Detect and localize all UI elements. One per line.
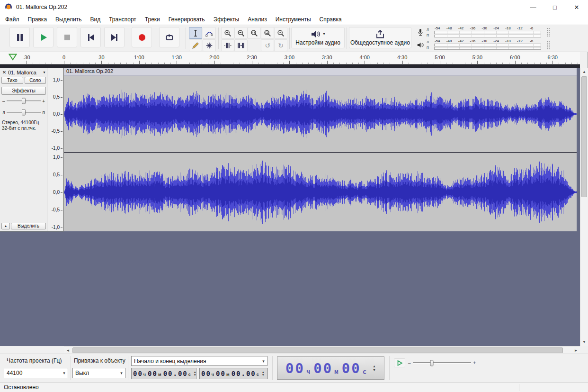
- effects-button[interactable]: Эффекты: [1, 87, 46, 95]
- waveform-right-channel[interactable]: [64, 153, 577, 231]
- selection-mode-combo[interactable]: Начало и конец выделения ▾: [131, 356, 267, 366]
- silence-icon: [237, 41, 245, 50]
- meter-resize-grip[interactable]: [546, 40, 550, 49]
- pan-right-label: п: [43, 110, 45, 115]
- speed-slider-groove[interactable]: [413, 362, 472, 364]
- selection-tool-button[interactable]: [189, 27, 202, 39]
- meter-scale-label: -12: [517, 26, 523, 30]
- quick-play-pin-icon[interactable]: [9, 54, 17, 63]
- mute-button[interactable]: Тихо: [1, 77, 23, 84]
- loop-icon: [165, 33, 174, 42]
- selection-start-field[interactable]: 00ч 00м 00.00с ▲▼: [131, 368, 196, 379]
- menu-tracks[interactable]: Треки: [141, 14, 164, 25]
- speed-slider-thumb[interactable]: [430, 360, 434, 366]
- undo-button[interactable]: ↺: [261, 39, 274, 51]
- stop-button[interactable]: [57, 27, 77, 47]
- menu-generate[interactable]: Генерировать: [164, 14, 209, 25]
- menu-view[interactable]: Вид: [86, 14, 105, 25]
- clip-header[interactable]: 01. Mallorca Op.202: [64, 68, 577, 76]
- snap-to-label: Привязка к объекту: [74, 357, 125, 364]
- menu-select[interactable]: Выделить: [51, 14, 86, 25]
- track-menu-arrow-icon[interactable]: ▼: [43, 71, 46, 74]
- track-close-icon[interactable]: ✕: [1, 70, 7, 75]
- menu-help[interactable]: Справка: [315, 14, 346, 25]
- track-collapse-button[interactable]: ▲: [1, 223, 10, 229]
- loop-button[interactable]: [159, 27, 179, 47]
- redo-button[interactable]: ↻: [274, 39, 287, 51]
- snap-to-combo[interactable]: Выкл ▾: [72, 368, 125, 378]
- skip-to-start-button[interactable]: [80, 27, 101, 47]
- zoom-out-button[interactable]: [234, 27, 248, 39]
- menu-edit[interactable]: Правка: [24, 14, 52, 25]
- menu-analyze[interactable]: Анализ: [243, 14, 271, 25]
- time-spinner[interactable]: ▲▼: [373, 365, 376, 372]
- time-spinner[interactable]: ▲▼: [262, 371, 265, 376]
- fit-project-button[interactable]: [261, 27, 274, 39]
- amplitude-ruler[interactable]: 1,00,50,0-0,5-1,0 1,00,50,0-0,5-1,0: [47, 68, 64, 231]
- meter-scale-label: -24: [493, 39, 499, 43]
- zoom-toggle-button[interactable]: [274, 27, 287, 39]
- amplitude-ruler-label: 1,0: [53, 155, 62, 160]
- selection-end-field[interactable]: 00ч 00м 00.00с ▲▼: [199, 368, 268, 379]
- menu-file[interactable]: Файл: [1, 14, 24, 25]
- bottom-toolbar: Частота проекта (Гц) 44100 ▾ Привязка к …: [0, 354, 588, 382]
- gain-slider-thumb[interactable]: [22, 98, 26, 104]
- scroll-right-arrow[interactable]: ►: [572, 346, 580, 354]
- scroll-up-arrow[interactable]: ▲: [580, 68, 588, 76]
- horizontal-scrollbar[interactable]: ◄ ►: [64, 346, 580, 354]
- maximize-button[interactable]: □: [544, 0, 566, 14]
- recording-meter[interactable]: ЛП -54-48-42-36-30-24-18-12-6: [416, 26, 550, 38]
- timeline-ruler[interactable]: -300301:001:302:002:303:003:304:004:305:…: [0, 52, 580, 64]
- menu-transport[interactable]: Транспорт: [105, 14, 141, 25]
- pause-button[interactable]: [9, 27, 30, 47]
- meter-scale-label: -6: [530, 39, 533, 43]
- zoom-in-button[interactable]: [221, 27, 234, 39]
- track-select-button[interactable]: Выделить: [11, 223, 46, 229]
- pan-slider-groove[interactable]: [7, 112, 41, 113]
- track-name[interactable]: 01. Mallorca: [8, 70, 42, 75]
- time-spinner[interactable]: ▲▼: [194, 371, 196, 376]
- toolbar-separator: [347, 27, 347, 49]
- vertical-scrollbar[interactable]: ▲ ▼: [580, 68, 588, 346]
- record-button[interactable]: [132, 27, 152, 47]
- skip-to-end-button[interactable]: [104, 27, 125, 47]
- audio-clip[interactable]: 01. Mallorca Op.202: [64, 68, 577, 231]
- trim-audio-button[interactable]: [221, 39, 234, 51]
- close-button[interactable]: ✕: [566, 0, 588, 14]
- dropdown-arrow-icon: ▾: [61, 371, 68, 375]
- pan-slider[interactable]: л п: [1, 109, 46, 116]
- project-rate-combo[interactable]: 44100 ▾: [4, 368, 68, 378]
- meter-resize-grip[interactable]: [546, 27, 550, 37]
- scroll-left-arrow[interactable]: ◄: [64, 346, 72, 354]
- gain-slider[interactable]: – +: [1, 97, 46, 105]
- amplitude-ruler-label: 0,0: [53, 190, 62, 195]
- draw-tool-button[interactable]: [189, 39, 202, 51]
- minimize-button[interactable]: —: [522, 0, 544, 14]
- audio-position-display[interactable]: 00ч 00м 00с ▲▼: [277, 356, 384, 380]
- zoom-to-selection-button[interactable]: [248, 27, 261, 39]
- horizontal-scrollbar-thumb[interactable]: [72, 347, 563, 353]
- gain-slider-groove[interactable]: [7, 100, 41, 102]
- amplitude-ruler-label: -0,5: [52, 128, 62, 134]
- menu-effects[interactable]: Эффекты: [209, 14, 244, 25]
- pan-slider-thumb[interactable]: [22, 109, 26, 116]
- audio-setup-button[interactable]: ▾ Настройки аудио: [291, 27, 345, 48]
- playback-speed-slider[interactable]: – +: [408, 358, 476, 367]
- silence-audio-button[interactable]: [234, 39, 248, 51]
- playback-meter[interactable]: ЛП -54-48-42-36-30-24-18-12-6: [416, 39, 550, 51]
- scroll-down-arrow[interactable]: ▼: [580, 338, 588, 346]
- pause-icon: [15, 33, 25, 42]
- solo-button[interactable]: Соло: [25, 77, 46, 84]
- pencil-icon: [191, 41, 200, 50]
- waveform-left-channel[interactable]: [64, 76, 577, 152]
- meter-scale-label: -36: [470, 39, 476, 43]
- share-audio-button[interactable]: Общедоступное аудио: [349, 27, 411, 48]
- menu-tools[interactable]: Инструменты: [271, 14, 315, 25]
- play-at-speed-button[interactable]: [394, 358, 405, 367]
- play-button[interactable]: [33, 27, 53, 47]
- envelope-tool-button[interactable]: [203, 27, 216, 39]
- vertical-scrollbar-thumb[interactable]: [581, 76, 587, 197]
- redo-icon: ↻: [278, 42, 284, 49]
- multi-tool-button[interactable]: [203, 39, 216, 51]
- meter-scale-label: -30: [481, 26, 487, 30]
